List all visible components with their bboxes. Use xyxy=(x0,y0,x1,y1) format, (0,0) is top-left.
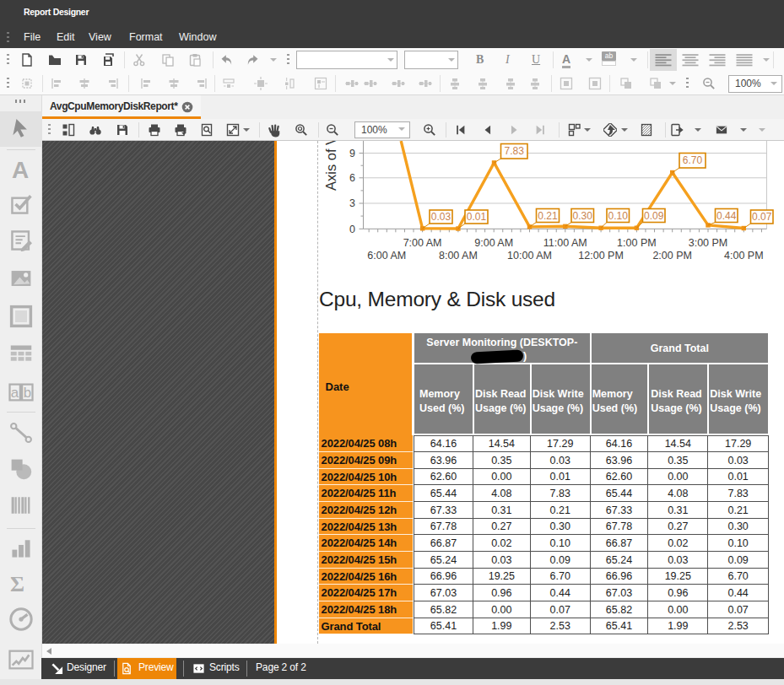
svg-text:0.09: 0.09 xyxy=(644,210,664,222)
svg-text:9: 9 xyxy=(349,148,355,159)
svg-text:1:00 PM: 1:00 PM xyxy=(617,237,657,249)
svg-text:9:00 AM: 9:00 AM xyxy=(474,237,513,249)
svg-text:7:00 AM: 7:00 AM xyxy=(403,237,442,249)
svg-text:0.10: 0.10 xyxy=(608,210,629,222)
svg-text:a: a xyxy=(11,385,19,401)
svg-text:0.44: 0.44 xyxy=(716,210,737,222)
svg-text:4:00 PM: 4:00 PM xyxy=(724,250,764,262)
svg-text:0.03: 0.03 xyxy=(431,211,451,223)
svg-text:0.07: 0.07 xyxy=(752,211,772,223)
svg-text:0.30: 0.30 xyxy=(573,210,593,222)
svg-text:7.83: 7.83 xyxy=(505,145,525,157)
svg-text:8:00 AM: 8:00 AM xyxy=(439,250,478,262)
svg-text:b: b xyxy=(24,385,31,401)
svg-text:3:00 PM: 3:00 PM xyxy=(689,237,728,249)
svg-text:6.70: 6.70 xyxy=(683,154,703,166)
svg-text:0: 0 xyxy=(349,224,355,235)
svg-text:2:00 PM: 2:00 PM xyxy=(652,250,692,262)
svg-text:0.21: 0.21 xyxy=(538,210,558,222)
svg-text:0.01: 0.01 xyxy=(467,211,487,223)
svg-text:12:00 PM: 12:00 PM xyxy=(578,250,624,262)
svg-text:6:00 AM: 6:00 AM xyxy=(367,250,406,262)
svg-text:3: 3 xyxy=(349,197,355,209)
svg-text:Axis of Val: Axis of Val xyxy=(323,141,338,191)
svg-text:6: 6 xyxy=(349,172,355,184)
svg-text:11:00 AM: 11:00 AM xyxy=(543,237,587,249)
svg-text:10:00 AM: 10:00 AM xyxy=(507,250,552,262)
